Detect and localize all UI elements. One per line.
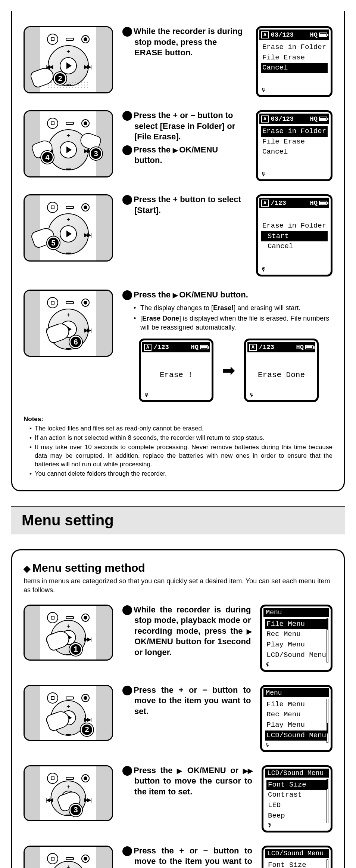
lcd-line: LCD/Sound Menu xyxy=(265,730,328,741)
step-badge: 4 xyxy=(41,151,54,164)
recorder-illustration: + |◀◀▶▶| 4 3 xyxy=(24,110,113,177)
lcd-screen: A 03/123 HQ Erase in FolderFile EraseCan… xyxy=(256,110,332,181)
lcd-line: Cancel xyxy=(261,63,328,73)
lcd-line: LCD/Sound Menu xyxy=(265,650,328,661)
lcd-line: LED xyxy=(266,800,328,811)
menu-step: + |◀◀▶▶| 2 2Press the + or − button to m… xyxy=(24,685,332,752)
lcd-screen: LCD/Sound Menu Font SizeContrastLEDBeep … xyxy=(262,765,332,833)
text: Press the OK/MENU button. xyxy=(134,145,218,165)
recorder-illustration: + |◀◀▶▶| 1 xyxy=(24,605,113,661)
lcd-screen: A /123 HQ Erase Done 🎙 xyxy=(244,339,319,402)
erase-step-3-4: + |◀◀▶▶| 4 3 3Press the + or − button to… xyxy=(24,110,332,181)
lcd-line: Play Menu xyxy=(265,720,328,730)
step-text: 4Press the + or − button to move to the … xyxy=(122,846,252,868)
recorder-illustration: + |◀◀▶▶| 5 xyxy=(24,194,113,262)
sub-heading: ◆Menu setting method xyxy=(24,562,332,574)
step-badge: 5 xyxy=(47,237,60,249)
lcd-line: Font Size xyxy=(266,860,328,868)
page: + |◀◀▶▶| 2 2While the recorder is during… xyxy=(0,0,356,868)
step-text: 2While the recorder is during stop mode,… xyxy=(122,26,247,58)
lcd-line: Font Size xyxy=(266,780,328,790)
step-bullets: The display changes to [Erase!] and eras… xyxy=(134,303,332,332)
note-item: You cannot delete folders through the re… xyxy=(29,470,332,478)
lcd-line: Erase in Folder xyxy=(261,126,328,137)
lcd-line: File Erase xyxy=(261,137,328,147)
step-badge: 3 xyxy=(69,804,82,816)
lcd-line: Beep xyxy=(266,811,328,821)
recorder-illustration: + |◀◀▶▶| 4 xyxy=(24,846,113,868)
notes-list: The locked files and files set as read-o… xyxy=(24,424,332,478)
lcd-line: File Erase xyxy=(261,53,328,63)
step-text: 2Press the + or − button to move to the … xyxy=(122,685,251,717)
step-badge: 1 xyxy=(69,643,82,656)
step-text: 5Press the + button to select [Start]. xyxy=(122,194,247,216)
lcd-title: Menu xyxy=(263,608,329,617)
menu-step: + |◀◀▶▶| 4 4Press the + or − button to m… xyxy=(24,846,332,868)
recorder-illustration: + |◀◀▶▶| 2 xyxy=(24,26,113,93)
menu-frame: ◆Menu setting method Items in menus are … xyxy=(11,549,345,868)
notes-title: Notes: xyxy=(24,415,332,424)
step-badge: 2 xyxy=(54,72,66,85)
text: Press the OK/MENU button. xyxy=(134,290,248,299)
note-item: The locked files and files set as read-o… xyxy=(29,424,332,433)
bullet: The display changes to [Erase!] and eras… xyxy=(134,303,332,312)
step-badge: 6 xyxy=(69,336,82,348)
erase-step-5: + |◀◀▶▶| 5 5Press the + button to select… xyxy=(24,194,332,277)
lcd-screen: A /123 HQ Erase in Folder Start Cancel 🎙 xyxy=(256,194,332,277)
notes-section: Notes: The locked files and files set as… xyxy=(24,415,332,478)
text: Press the + button to select [Start]. xyxy=(134,195,241,215)
step-text: 3Press the OK/MENU or button to move the… xyxy=(122,765,252,797)
step-text-block: 6Press the OK/MENU button. The display c… xyxy=(122,290,332,402)
erase-frame: + |◀◀▶▶| 2 2While the recorder is during… xyxy=(11,11,345,491)
erase-result-screens: A /123 HQ Erase ! 🎙 ➡ A /123 HQ Erase Do… xyxy=(139,339,332,402)
lcd-screen: Menu File MenuRec MenuPlay MenuLCD/Sound… xyxy=(260,685,332,752)
lcd-screen: Menu File MenuRec MenuPlay MenuLCD/Sound… xyxy=(260,605,332,672)
lcd-line: Rec Menu xyxy=(265,629,328,640)
recorder-illustration: + |◀◀▶▶| 2 xyxy=(24,685,113,741)
arrow-icon: ➡ xyxy=(222,362,235,379)
bullet: [Erase Done] is displayed when the file … xyxy=(134,314,332,332)
lcd-line: Cancel xyxy=(261,241,328,252)
note-item: It may take over 10 seconds to complete … xyxy=(29,443,332,469)
step-text: 1While the recorder is during stop mode,… xyxy=(122,605,251,658)
note-item: If an action is not selected within 8 se… xyxy=(29,434,332,442)
intro-text: Items in menus are categorized so that y… xyxy=(24,577,332,595)
recorder-illustration: + |◀◀▶▶| 6 xyxy=(24,290,113,357)
lcd-line: Erase in Folder xyxy=(261,42,328,53)
lcd-line: Play Menu xyxy=(265,640,328,650)
lcd-line: Contrast xyxy=(266,790,328,800)
text: Press the + or − button to select [Erase… xyxy=(134,111,235,141)
section-header: Menu setting xyxy=(11,506,345,534)
step-badge: 3 xyxy=(90,147,102,160)
lcd-screen: A /123 HQ Erase ! 🎙 xyxy=(139,339,213,402)
lcd-line: File Menu xyxy=(265,619,328,630)
lcd-screen: A 03/123 HQ Erase in FolderFile EraseCan… xyxy=(256,26,332,97)
erase-step-2: + |◀◀▶▶| 2 2While the recorder is during… xyxy=(24,26,332,97)
lcd-title: Menu xyxy=(263,688,329,697)
lcd-title: LCD/Sound Menu xyxy=(265,769,329,778)
menu-step: + |◀◀▶▶| 1 1While the recorder is during… xyxy=(24,605,332,672)
step-text: 3Press the + or − button to select [Eras… xyxy=(122,110,247,166)
lcd-title: LCD/Sound Menu xyxy=(265,849,329,858)
lcd-line: Cancel xyxy=(261,147,328,157)
lcd-line: File Menu xyxy=(265,699,328,710)
lcd-line: Rec Menu xyxy=(265,710,328,720)
lcd-line: Start xyxy=(261,231,328,242)
erase-step-6: + |◀◀▶▶| 6 6Press the OK/MENU button. Th… xyxy=(24,290,332,402)
lcd-screen: LCD/Sound Menu Font SizeContrastLEDBeep … xyxy=(262,846,332,868)
recorder-illustration: + |◀◀▶▶| 3 xyxy=(24,765,113,821)
menu-step: + |◀◀▶▶| 3 3Press the OK/MENU or button … xyxy=(24,765,332,833)
diamond-icon: ◆ xyxy=(24,563,30,574)
lcd-line: Erase in Folder xyxy=(261,221,328,231)
step-badge: 2 xyxy=(81,723,93,736)
